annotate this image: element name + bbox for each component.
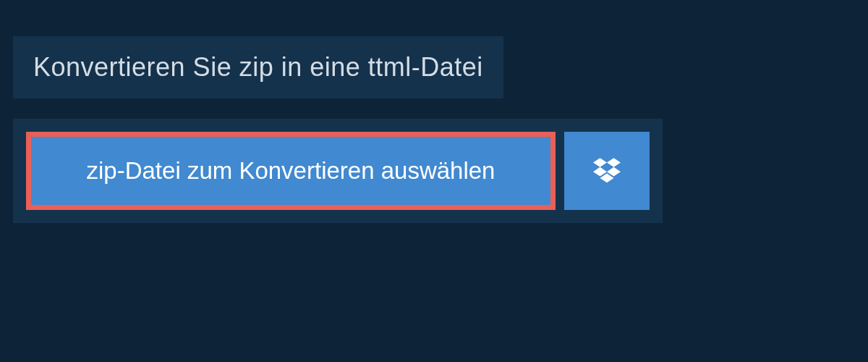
dropbox-button[interactable]	[564, 132, 650, 210]
select-file-button[interactable]: zip-Datei zum Konvertieren auswählen	[26, 132, 556, 210]
select-file-label: zip-Datei zum Konvertieren auswählen	[87, 157, 495, 185]
upload-panel: zip-Datei zum Konvertieren auswählen	[13, 119, 663, 223]
page-title: Konvertieren Sie zip in eine ttml-Datei	[33, 52, 483, 83]
header-bar: Konvertieren Sie zip in eine ttml-Datei	[13, 36, 503, 98]
dropbox-icon	[593, 156, 621, 186]
